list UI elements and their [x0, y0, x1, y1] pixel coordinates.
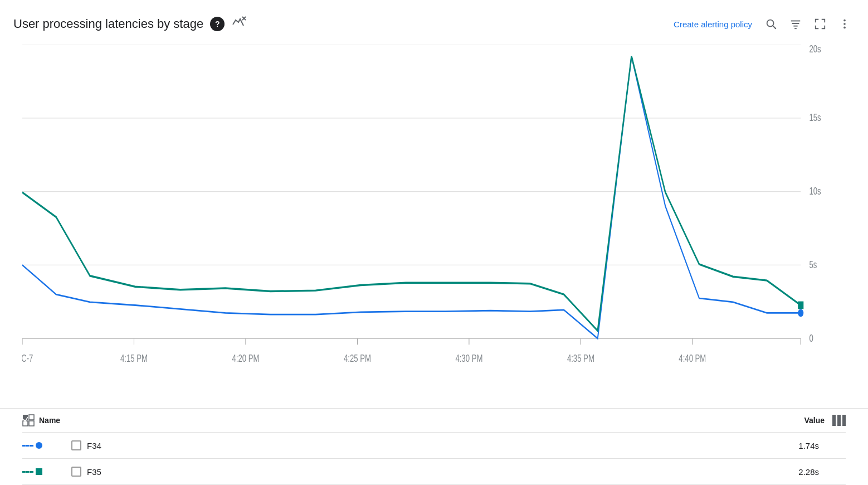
legend-row-f35: F35 2.28s [22, 459, 846, 485]
f34-name: F34 [87, 441, 798, 450]
svg-text:4:15 PM: 4:15 PM [120, 353, 148, 363]
f34-line [22, 56, 801, 338]
svg-line-3 [773, 26, 776, 28]
svg-text:4:40 PM: 4:40 PM [679, 353, 706, 363]
svg-rect-37 [23, 415, 28, 420]
legend-header-name: Name [22, 414, 804, 426]
svg-text:0: 0 [809, 333, 813, 343]
more-button[interactable] [835, 14, 855, 34]
svg-text:20s: 20s [809, 45, 821, 54]
f34-value: 1.74s [798, 441, 819, 450]
header-icons [761, 14, 855, 34]
chart-title: User processing latencies by stage [13, 17, 203, 31]
svg-rect-40 [29, 421, 34, 426]
legend-section: Name Value F34 1.74s [0, 408, 868, 485]
svg-text:4:25 PM: 4:25 PM [344, 353, 371, 363]
legend-value-header: Value [804, 416, 825, 425]
anomaly-icon[interactable] [231, 14, 247, 33]
f35-checkbox[interactable] [71, 467, 81, 477]
f34-indicator [22, 442, 67, 449]
svg-point-10 [843, 27, 846, 29]
chart-header: User processing latencies by stage ? Cre… [0, 0, 868, 45]
f35-line [22, 56, 801, 331]
svg-text:10s: 10s [809, 186, 821, 196]
fullscreen-button[interactable] [810, 14, 830, 34]
svg-text:4:35 PM: 4:35 PM [567, 353, 594, 363]
svg-text:5s: 5s [809, 259, 817, 270]
svg-text:UTC-7: UTC-7 [22, 353, 33, 363]
column-picker-icon[interactable] [832, 415, 846, 426]
f35-indicator [22, 468, 67, 475]
search-button[interactable] [761, 14, 781, 34]
legend-name-header: Name [39, 416, 60, 425]
f34-endpoint [798, 309, 803, 317]
f35-endpoint [798, 302, 803, 309]
legend-row-f34: F34 1.74s [22, 433, 846, 459]
legend-header-value: Value [804, 415, 846, 426]
svg-point-9 [843, 23, 846, 25]
f35-value: 2.28s [798, 467, 819, 477]
chart-svg-wrapper: UTC-7 4:15 PM 4:20 PM 4:25 PM 4:30 PM 4:… [22, 45, 835, 408]
f35-name: F35 [87, 467, 798, 477]
legend-header: Name Value [22, 409, 846, 433]
svg-point-8 [843, 20, 846, 22]
svg-text:4:20 PM: 4:20 PM [232, 353, 259, 363]
svg-rect-38 [29, 415, 34, 420]
svg-text:4:30 PM: 4:30 PM [455, 353, 482, 363]
svg-text:15s: 15s [809, 112, 821, 123]
filter-button[interactable] [786, 14, 806, 34]
chart-area: UTC-7 4:15 PM 4:20 PM 4:25 PM 4:30 PM 4:… [0, 45, 868, 408]
help-icon[interactable]: ? [210, 17, 225, 31]
f34-checkbox[interactable] [71, 440, 81, 450]
chart-svg: UTC-7 4:15 PM 4:20 PM 4:25 PM 4:30 PM 4:… [22, 45, 835, 408]
chart-container: User processing latencies by stage ? Cre… [0, 0, 868, 485]
create-alerting-link[interactable]: Create alerting policy [674, 20, 752, 29]
legend-grid-checkbox-icon[interactable] [22, 414, 35, 426]
